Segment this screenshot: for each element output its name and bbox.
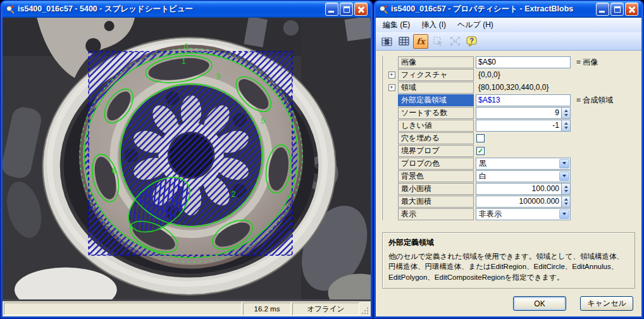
property-label[interactable]: 境界ブロブ [398,145,474,157]
svg-text:?: ? [469,37,474,44]
sort-count-spinner[interactable] [561,107,571,119]
property-label[interactable]: フィクスチャ [398,69,474,81]
menu-bar: 編集 (E) 挿入 (I) ヘルプ (H) [376,18,641,32]
menu-edit[interactable]: 編集 (E) [377,18,416,32]
property-label[interactable]: しきい値 [398,120,474,132]
max-area-spinner[interactable] [561,196,571,208]
property-label[interactable]: 画像 [398,56,474,68]
image-cell-input[interactable]: $A$0 [476,56,571,68]
select-region-button[interactable] [430,34,445,49]
status-exec-time: 16.2 ms [243,303,291,315]
property-annotation: = 画像 [571,57,598,68]
description-body: 他のセルで定義された領域を使用できます。領域として、領域構造体、円構造体、円環構… [388,251,629,282]
property-label[interactable]: 背景色 [398,170,474,182]
description-title: 外部定義領域 [388,237,629,248]
property-row-background-color: 背景色 白 [385,170,636,182]
min-area-input[interactable]: 100.000 [476,183,561,195]
ok-button[interactable]: OK [513,296,566,311]
menu-insert[interactable]: 挿入 (I) [416,18,452,32]
background-color-select[interactable]: 白 [476,170,571,182]
property-label[interactable]: 表示 [398,208,474,220]
right-client-area: 編集 (E) 挿入 (I) ヘルプ (H) $ fx [376,18,641,316]
property-label[interactable]: ソートする数 [398,107,474,119]
menu-help[interactable]: ヘルプ (H) [452,18,499,32]
property-label[interactable]: 領域 [398,82,474,94]
blob-label: 6 [112,166,116,175]
desktop: is5400_016c57 - 5400 - スプレッドシートビュー [0,0,644,319]
grid-icon [399,36,409,46]
property-label-selected[interactable]: 外部定義領域 [398,94,474,106]
min-area-spinner[interactable] [561,183,571,195]
sort-count-input[interactable]: 9 [476,107,561,119]
property-grid: 画像 $A$0 = 画像 + フィクスチャ {0,0,0} + 領域 {80,1… [382,56,636,220]
blob-label: 3 [216,72,221,81]
cancel-button[interactable]: キャンセル [580,296,633,311]
fill-holes-checkbox[interactable] [476,134,485,142]
image-view[interactable]: 0 1 3 5 6 2 [3,18,371,301]
chevron-down-icon[interactable] [559,159,569,168]
expand-region-button[interactable] [447,34,462,49]
grid-button[interactable] [396,34,411,49]
function-button[interactable]: fx [413,34,428,49]
help-button[interactable]: ? [464,34,480,49]
cell-dollar-icon: $ [381,36,392,46]
spin-up-icon [564,198,568,201]
app-icon [378,4,388,15]
help-icon: ? [466,36,478,47]
spin-down-icon [564,190,568,192]
left-client-area: 0 1 3 5 6 2 16.2 ms オフライン [3,18,371,316]
property-label[interactable]: ブロブの色 [398,158,474,170]
property-label[interactable]: 最小面積 [398,183,474,195]
property-row-region: + 領域 {80,100,320,440,0,0} [385,81,636,94]
chevron-down-icon[interactable] [559,210,569,219]
left-titlebar[interactable]: is5400_016c57 - 5400 - スプレッドシートビュー [3,1,371,18]
display-select[interactable]: 非表示 [476,208,571,220]
property-row-sort-count: ソートする数 9 [385,106,636,119]
property-row-min-area: 最小面積 100.000 [385,182,636,195]
toolbar: $ fx [376,32,641,51]
description-panel: 外部定義領域 他のセルで定義された領域を使用できます。領域として、領域構造体、円… [382,232,635,289]
property-row-max-area: 最大面積 100000.000 [385,195,636,208]
combo-arrow-glyph [562,162,566,165]
expand-toggle[interactable]: + [388,72,395,78]
maximize-button[interactable] [610,3,624,16]
max-area-input[interactable]: 100000.000 [476,196,561,208]
close-button[interactable] [354,3,368,16]
threshold-input[interactable]: -1 [476,120,561,132]
property-label[interactable]: 穴を埋める [398,132,474,144]
minimize-icon [599,11,605,13]
property-label[interactable]: 最大面積 [398,196,474,208]
external-region-input[interactable]: $A$13 [476,94,571,106]
property-row-blob-color: ブロブの色 黒 [385,157,636,170]
spin-down-icon [564,203,568,205]
expand-icon [450,36,461,46]
property-row-display: 表示 非表示 [385,208,636,220]
blob-label: 2 [232,190,236,199]
fixture-value: {0,0,0} [476,70,500,79]
property-row-fixture: + フィクスチャ {0,0,0} [385,68,636,81]
property-sheet-window: is5400_016c57 - プロパティシート - ExtractBlobs … [373,0,644,319]
minimize-button[interactable] [325,3,338,16]
expand-toggle[interactable]: + [388,84,395,91]
spin-down-icon [564,114,568,116]
chevron-down-icon[interactable] [559,172,569,181]
resize-grip[interactable] [361,303,369,315]
minimize-button[interactable] [596,3,609,16]
spin-up-icon [564,185,568,188]
close-button[interactable] [625,3,638,16]
maximize-icon [344,6,350,13]
spin-up-icon [564,109,568,112]
spin-up-icon [564,122,568,125]
blob-label: 0 [184,42,189,51]
threshold-spinner[interactable] [561,120,571,132]
property-row-external-region: 外部定義領域 $A$13 = 合成領域 [385,94,636,106]
maximize-button[interactable] [340,3,353,16]
boundary-blobs-checkbox[interactable]: ✓ [476,147,485,155]
blob-color-select[interactable]: 黒 [476,158,571,170]
dialog-buttons: OK キャンセル [513,296,633,311]
status-bar: 16.2 ms オフライン [3,301,371,316]
right-titlebar[interactable]: is5400_016c57 - プロパティシート - ExtractBlobs [376,1,641,18]
absolute-reference-button[interactable]: $ [379,34,394,49]
left-window-title: is5400_016c57 - 5400 - スプレッドシートビュー [15,4,324,15]
property-annotation: = 合成領域 [571,95,613,106]
